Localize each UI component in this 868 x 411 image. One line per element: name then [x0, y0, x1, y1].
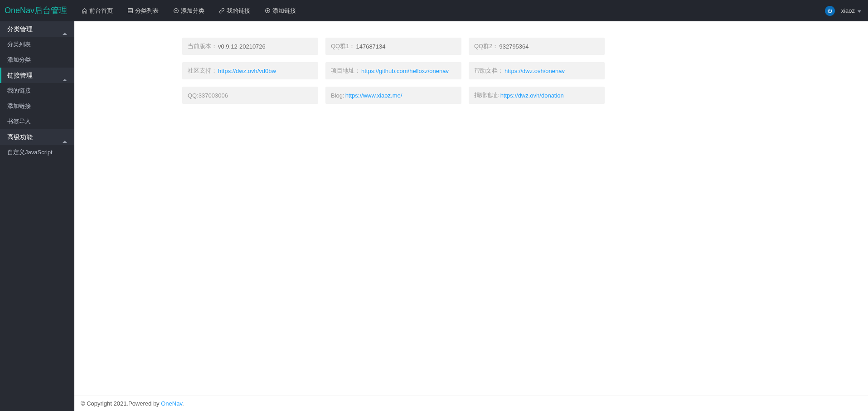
- power-icon[interactable]: [825, 6, 835, 16]
- nav-home[interactable]: 前台首页: [74, 0, 120, 21]
- sidebar: 分类管理 分类列表 添加分类 链接管理 我的链接 添加链接 书签导入 高级功能 …: [0, 21, 74, 411]
- group-title: 分类管理: [7, 21, 33, 37]
- side-group-category[interactable]: 分类管理: [0, 21, 74, 37]
- user-area: xiaoz: [825, 0, 868, 21]
- info-grid: 当前版本： v0.9.12-20210726 QQ群1： 147687134 Q…: [182, 38, 605, 104]
- chevron-up-icon: [63, 129, 67, 145]
- nav-label: 我的链接: [227, 7, 250, 15]
- side-item-category-list[interactable]: 分类列表: [0, 37, 74, 52]
- username-label: xiaoz: [841, 7, 855, 14]
- side-item-custom-js[interactable]: 自定义JavaScript: [0, 145, 74, 160]
- card-link[interactable]: https://dwz.ovh/vd0bw: [218, 68, 276, 74]
- footer: © Copyright 2021.Powered by OneNav.: [74, 396, 868, 411]
- card-link[interactable]: https://dwz.ovh/onenav: [504, 68, 565, 74]
- logo[interactable]: OneNav后台管理: [0, 0, 74, 21]
- card-value: 337003006: [199, 92, 228, 99]
- plus-circle-icon: [265, 8, 271, 14]
- card-value: 147687134: [356, 43, 385, 50]
- card-label: 捐赠地址:: [474, 91, 499, 99]
- top-header: OneNav后台管理 前台首页 分类列表 添加分类: [0, 0, 868, 21]
- body: 分类管理 分类列表 添加分类 链接管理 我的链接 添加链接 书签导入 高级功能 …: [0, 21, 868, 411]
- group-title: 高级功能: [7, 129, 33, 145]
- main-content: 当前版本： v0.9.12-20210726 QQ群1： 147687134 Q…: [74, 21, 868, 396]
- card-docs: 帮助文档： https://dwz.ovh/onenav: [469, 62, 605, 79]
- side-group-advanced[interactable]: 高级功能: [0, 129, 74, 145]
- card-qq-group-2: QQ群2： 932795364: [469, 38, 605, 55]
- nav-add-link[interactable]: 添加链接: [257, 0, 303, 21]
- nav-label: 添加链接: [272, 7, 296, 15]
- home-icon: [82, 8, 87, 14]
- footer-suffix: .: [182, 400, 184, 407]
- card-label: 当前版本：: [188, 42, 217, 50]
- group-title: 链接管理: [7, 68, 33, 83]
- plus-circle-icon: [173, 8, 179, 14]
- side-item-my-links[interactable]: 我的链接: [0, 83, 74, 98]
- nav-label: 添加分类: [181, 7, 204, 15]
- card-community: 社区支持： https://dwz.ovh/vd0bw: [182, 62, 318, 79]
- card-label: 社区支持：: [188, 67, 217, 75]
- card-link[interactable]: https://dwz.ovh/donation: [500, 92, 564, 99]
- card-link[interactable]: https://www.xiaoz.me/: [345, 92, 402, 99]
- side-item-add-link[interactable]: 添加链接: [0, 98, 74, 114]
- card-label: 项目地址：: [331, 67, 360, 75]
- side-item-add-category[interactable]: 添加分类: [0, 52, 74, 68]
- card-donate: 捐赠地址: https://dwz.ovh/donation: [469, 87, 605, 104]
- chevron-up-icon: [63, 21, 67, 37]
- main-area: 当前版本： v0.9.12-20210726 QQ群1： 147687134 Q…: [74, 21, 868, 411]
- side-group-link[interactable]: 链接管理: [0, 68, 74, 83]
- card-label: QQ群2：: [474, 42, 498, 50]
- card-value: v0.9.12-20210726: [218, 43, 266, 50]
- card-label: Blog:: [331, 92, 344, 99]
- nav-my-links[interactable]: 我的链接: [212, 0, 257, 21]
- link-icon: [219, 8, 225, 14]
- nav-category-list[interactable]: 分类列表: [120, 0, 166, 21]
- list-icon: [127, 8, 133, 14]
- card-qq: QQ: 337003006: [182, 87, 318, 104]
- svg-rect-0: [128, 9, 133, 13]
- chevron-down-icon: [858, 7, 861, 14]
- card-value: 932795364: [499, 43, 529, 50]
- card-label: 帮助文档：: [474, 67, 504, 75]
- card-qq-group-1: QQ群1： 147687134: [325, 38, 461, 55]
- top-nav: 前台首页 分类列表 添加分类 我的链接: [74, 0, 303, 21]
- nav-add-category[interactable]: 添加分类: [166, 0, 212, 21]
- footer-prefix: © Copyright 2021.Powered by: [81, 400, 161, 407]
- card-version: 当前版本： v0.9.12-20210726: [182, 38, 318, 55]
- card-label: QQ群1：: [331, 42, 355, 50]
- footer-link[interactable]: OneNav: [161, 400, 182, 407]
- app-root: OneNav后台管理 前台首页 分类列表 添加分类: [0, 0, 868, 411]
- card-label: QQ:: [188, 92, 199, 99]
- chevron-up-icon: [63, 68, 67, 83]
- card-project: 项目地址： https://github.com/helloxz/onenav: [325, 62, 461, 79]
- user-menu[interactable]: xiaoz: [841, 7, 861, 14]
- card-link[interactable]: https://github.com/helloxz/onenav: [361, 68, 449, 74]
- side-item-bookmark-import[interactable]: 书签导入: [0, 114, 74, 129]
- nav-label: 前台首页: [89, 7, 113, 15]
- card-blog: Blog: https://www.xiaoz.me/: [325, 87, 461, 104]
- nav-label: 分类列表: [135, 7, 159, 15]
